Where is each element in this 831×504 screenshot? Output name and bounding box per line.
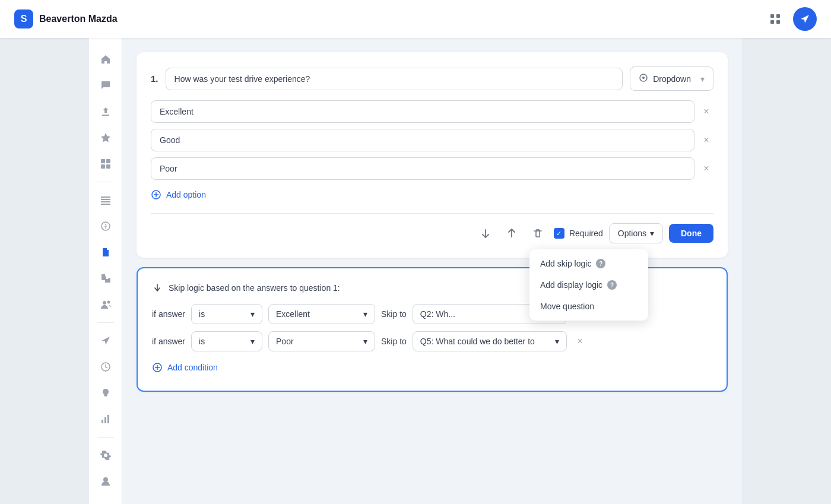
required-label: Required xyxy=(569,229,603,238)
brand-section: S Beaverton Mazda xyxy=(14,9,118,28)
options-chevron-icon: ▾ xyxy=(650,229,654,238)
condition-value-1: is xyxy=(199,309,205,319)
options-label: Options xyxy=(618,229,646,238)
svg-rect-13 xyxy=(104,417,106,423)
sidebar-item-table[interactable] xyxy=(94,188,118,212)
done-button[interactable]: Done xyxy=(669,224,713,243)
options-menu: Add skip logic ? Add display logic ? Mov… xyxy=(529,249,648,321)
answer-value-2: Poor xyxy=(276,337,294,346)
sidebar-item-star[interactable] xyxy=(94,126,118,150)
sidebar-item-users[interactable] xyxy=(94,293,118,316)
condition-value-2: is xyxy=(199,337,205,346)
toolbar-row: ✓ Required Options ▾ Done Add skip logic… xyxy=(151,223,713,243)
svg-point-15 xyxy=(103,477,108,482)
skip-logic-row-2: if answer is ▾ Poor ▾ Skip to Q5: What c… xyxy=(152,331,712,351)
type-label: Dropdown xyxy=(653,74,691,84)
send-button[interactable] xyxy=(793,7,817,31)
svg-rect-1 xyxy=(776,14,780,18)
checkbox-checked-icon: ✓ xyxy=(554,228,564,239)
svg-point-10 xyxy=(107,301,110,304)
svg-rect-0 xyxy=(770,14,774,18)
add-option-label: Add option xyxy=(166,190,206,199)
sidebar-item-puzzle[interactable] xyxy=(94,267,118,290)
sidebar-divider-2 xyxy=(97,322,114,323)
sidebar xyxy=(89,38,122,504)
option-input-excellent[interactable] xyxy=(151,100,694,123)
top-bar: S Beaverton Mazda xyxy=(0,0,831,38)
top-bar-actions xyxy=(765,7,817,31)
add-condition-button[interactable]: Add condition xyxy=(152,359,218,376)
delete-button[interactable] xyxy=(528,223,548,243)
required-checkbox[interactable]: ✓ Required xyxy=(554,228,603,239)
answer-select-1[interactable]: Excellent ▾ xyxy=(268,304,375,324)
type-chevron-icon: ▾ xyxy=(700,74,705,84)
grid-icon-button[interactable] xyxy=(765,8,786,30)
option-input-poor[interactable] xyxy=(151,157,694,180)
add-skip-logic-label: Add skip logic xyxy=(540,259,591,268)
card-divider xyxy=(151,213,713,214)
svg-point-17 xyxy=(642,77,645,79)
svg-rect-6 xyxy=(101,164,105,169)
option-remove-poor[interactable]: × xyxy=(699,161,713,176)
svg-rect-3 xyxy=(776,20,780,24)
svg-rect-5 xyxy=(106,159,110,163)
sidebar-item-grid[interactable] xyxy=(94,152,118,176)
question-text-input[interactable] xyxy=(166,68,623,90)
option-row: × xyxy=(151,129,713,151)
condition-select-1[interactable]: is ▾ xyxy=(191,304,262,324)
type-selector[interactable]: Dropdown ▾ xyxy=(630,66,713,91)
svg-point-9 xyxy=(103,301,106,305)
sidebar-item-settings[interactable] xyxy=(94,443,118,467)
move-question-menu-item[interactable]: Move question xyxy=(529,296,648,317)
sidebar-item-chat[interactable] xyxy=(94,74,118,97)
add-condition-label: Add condition xyxy=(167,363,218,372)
condition-chevron-2: ▾ xyxy=(250,337,255,346)
destination-value-1: Q2: Wh... xyxy=(420,309,455,319)
add-option-button[interactable]: Add option xyxy=(151,186,206,204)
add-display-logic-label: Add display logic xyxy=(540,280,602,290)
if-answer-label-2: if answer xyxy=(152,337,185,346)
destination-chevron-2: ▾ xyxy=(555,337,559,346)
option-row: × xyxy=(151,157,713,180)
answer-chevron-1: ▾ xyxy=(363,309,367,319)
svg-rect-12 xyxy=(102,420,103,423)
sidebar-item-user-single[interactable] xyxy=(94,470,118,493)
destination-select-2[interactable]: Q5: What could we do better to ▾ xyxy=(413,331,567,351)
answer-select-2[interactable]: Poor ▾ xyxy=(268,331,375,351)
add-skip-logic-menu-item[interactable]: Add skip logic ? xyxy=(529,253,648,274)
sidebar-item-home[interactable] xyxy=(94,47,118,71)
sidebar-item-bulb[interactable] xyxy=(94,381,118,405)
svg-rect-14 xyxy=(107,415,109,423)
brand-name: Beaverton Mazda xyxy=(39,14,118,24)
sidebar-item-chart[interactable] xyxy=(94,407,118,431)
skip-logic-help-icon[interactable]: ? xyxy=(596,259,605,268)
content-area: 1. Dropdown ▾ xyxy=(122,38,742,504)
options-list: × × × xyxy=(151,100,713,180)
option-remove-good[interactable]: × xyxy=(699,133,713,147)
option-remove-excellent[interactable]: × xyxy=(699,104,713,119)
sidebar-item-send[interactable] xyxy=(94,329,118,353)
answer-chevron-2: ▾ xyxy=(363,337,367,346)
question-card: 1. Dropdown ▾ xyxy=(137,52,728,258)
sidebar-item-upload[interactable] xyxy=(94,100,118,123)
row-remove-2[interactable]: × xyxy=(573,334,587,348)
sidebar-divider-3 xyxy=(97,437,114,438)
condition-select-2[interactable]: is ▾ xyxy=(191,331,262,351)
options-dropdown-button[interactable]: Options ▾ xyxy=(609,223,663,243)
sidebar-item-coin[interactable] xyxy=(94,214,118,238)
display-logic-help-icon[interactable]: ? xyxy=(607,280,617,290)
option-input-good[interactable] xyxy=(151,129,694,151)
sidebar-divider-1 xyxy=(97,182,114,182)
sidebar-item-clock[interactable] xyxy=(94,355,118,379)
move-up-button[interactable] xyxy=(502,223,522,243)
svg-rect-2 xyxy=(770,20,774,24)
question-number: 1. xyxy=(151,74,158,84)
skip-to-label-2: Skip to xyxy=(381,337,407,346)
add-display-logic-menu-item[interactable]: Add display logic ? xyxy=(529,274,648,296)
sidebar-item-document[interactable] xyxy=(94,240,118,264)
svg-rect-7 xyxy=(106,164,110,169)
option-row: × xyxy=(151,100,713,123)
move-down-button[interactable] xyxy=(475,223,496,243)
destination-value-2: Q5: What could we do better to xyxy=(420,337,535,346)
skip-logic-title: Skip logic based on the answers to quest… xyxy=(169,283,340,293)
